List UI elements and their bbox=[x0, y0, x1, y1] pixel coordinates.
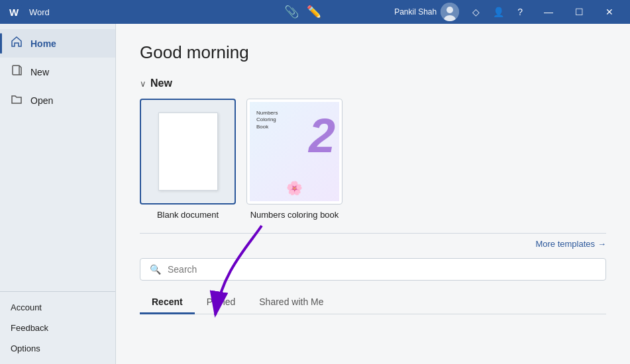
book-decoration: 🌸 bbox=[250, 180, 339, 196]
sidebar-item-new[interactable]: New bbox=[0, 58, 115, 86]
tab-pinned-label: Pinned bbox=[207, 296, 236, 307]
tab-shared-label: Shared with Me bbox=[259, 296, 323, 307]
template-grid: Blank document NumbersColoringBook 2 🌸 N… bbox=[140, 99, 606, 220]
sidebar-item-open-label: Open bbox=[30, 95, 53, 106]
more-templates-link[interactable]: More templates → bbox=[535, 239, 606, 249]
sidebar-item-options[interactable]: Options bbox=[0, 338, 115, 359]
user-name: Pankil Shah bbox=[394, 7, 437, 17]
user-icon[interactable]: 👤 bbox=[488, 4, 509, 20]
account-label: Account bbox=[11, 302, 42, 312]
blank-thumb bbox=[140, 99, 236, 205]
tab-recent-label: Recent bbox=[152, 296, 183, 307]
close-button[interactable]: ✕ bbox=[594, 0, 625, 24]
title-bar: W Word 📎 ✏️ Pankil Shah ◇ 👤 ? — ☐ ✕ bbox=[0, 0, 630, 24]
sidebar-item-account[interactable]: Account bbox=[0, 297, 115, 318]
content-area: Good morning ∨ New Blank document Number… bbox=[116, 24, 630, 364]
sidebar-item-home[interactable]: Home bbox=[0, 29, 115, 58]
home-icon bbox=[11, 36, 23, 51]
tab-shared[interactable]: Shared with Me bbox=[247, 291, 335, 314]
new-section-title: New bbox=[150, 77, 172, 89]
app-body: Home New Open bbox=[0, 24, 630, 364]
search-icon: 🔍 bbox=[150, 264, 161, 275]
sidebar-nav: Home New Open bbox=[0, 24, 115, 291]
new-doc-icon bbox=[11, 64, 23, 79]
paperclip-icon: 📎 bbox=[284, 5, 299, 19]
greeting-text: Good morning bbox=[140, 42, 606, 63]
window-controls: — ☐ ✕ bbox=[533, 0, 625, 24]
sidebar-item-new-label: New bbox=[30, 67, 49, 77]
app-title: Word bbox=[29, 7, 212, 17]
chevron-icon[interactable]: ∨ bbox=[140, 79, 146, 89]
pencil-icon: ✏️ bbox=[307, 5, 321, 19]
options-label: Options bbox=[11, 343, 40, 353]
avatar[interactable] bbox=[441, 3, 459, 21]
tabs-bar: Recent Pinned Shared with Me bbox=[140, 291, 606, 314]
sidebar-item-open[interactable]: Open bbox=[0, 86, 115, 114]
numbers-book-img: NumbersColoringBook 2 🌸 bbox=[250, 102, 339, 201]
numbers-thumb: NumbersColoringBook 2 🌸 bbox=[246, 99, 342, 205]
diamond-icon[interactable]: ◇ bbox=[467, 4, 485, 20]
search-input[interactable] bbox=[168, 264, 596, 275]
user-info[interactable]: Pankil Shah bbox=[394, 3, 459, 21]
folder-icon bbox=[11, 93, 23, 108]
arrow-right-icon: → bbox=[598, 239, 606, 249]
numbers-book-text: NumbersColoringBook bbox=[256, 110, 278, 130]
sidebar: Home New Open bbox=[0, 24, 116, 364]
blank-document-label: Blank document bbox=[157, 210, 219, 220]
minimize-button[interactable]: — bbox=[533, 0, 564, 24]
sidebar-item-home-label: Home bbox=[30, 38, 56, 49]
sidebar-bottom: Account Feedback Options bbox=[0, 291, 115, 364]
numbers-book-label: Numbers coloring book bbox=[250, 210, 339, 220]
title-bar-actions: ◇ 👤 ? bbox=[467, 4, 528, 20]
more-templates-row: More templates → bbox=[140, 239, 606, 249]
feedback-label: Feedback bbox=[11, 323, 48, 333]
svg-text:W: W bbox=[9, 7, 19, 18]
maximize-button[interactable]: ☐ bbox=[564, 0, 594, 24]
svg-rect-5 bbox=[13, 66, 19, 75]
blank-page bbox=[158, 113, 218, 191]
numbers-book-card[interactable]: NumbersColoringBook 2 🌸 Numbers coloring… bbox=[246, 99, 342, 220]
section-divider bbox=[140, 233, 606, 234]
search-bar: 🔍 bbox=[140, 258, 606, 281]
help-icon[interactable]: ? bbox=[512, 4, 528, 20]
new-section-header: ∨ New bbox=[140, 77, 606, 89]
svg-point-3 bbox=[446, 7, 453, 13]
tab-recent[interactable]: Recent bbox=[140, 291, 195, 314]
big-two: 2 bbox=[309, 109, 335, 163]
sidebar-item-feedback[interactable]: Feedback bbox=[0, 318, 115, 338]
tab-pinned[interactable]: Pinned bbox=[195, 291, 248, 314]
blank-document-card[interactable]: Blank document bbox=[140, 99, 236, 220]
more-templates-label: More templates bbox=[535, 239, 595, 249]
app-logo: W bbox=[5, 3, 24, 21]
